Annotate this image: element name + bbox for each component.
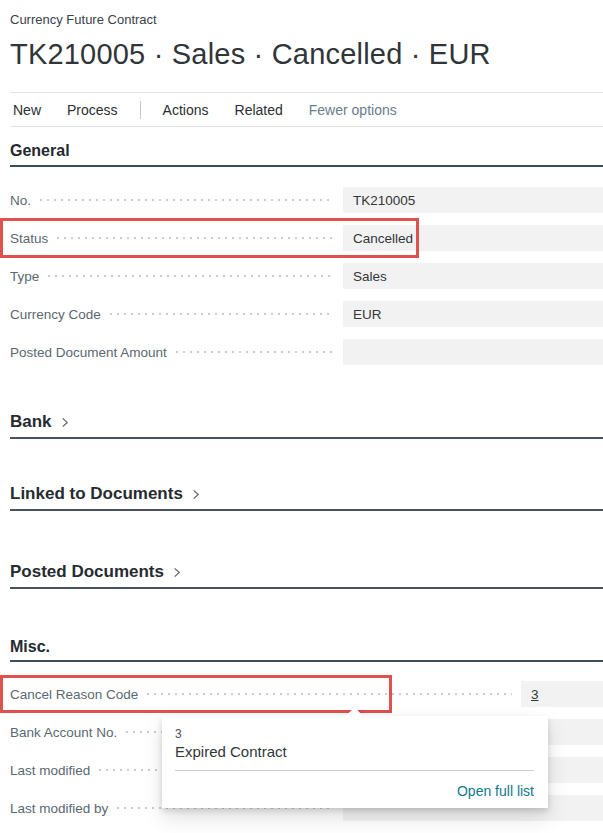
section-heading-label: Bank <box>10 411 52 432</box>
general-fields: No. TK210005 Status Cancelled Type Sales… <box>10 187 603 365</box>
action-related[interactable]: Related <box>235 102 283 118</box>
field-value-text: TK210005 <box>353 193 415 208</box>
chevron-right-icon <box>171 567 182 578</box>
field-row-no: No. TK210005 <box>10 187 603 213</box>
field-label: Last modified <box>10 763 90 778</box>
section-heading-label: Posted Documents <box>10 561 164 582</box>
section-heading-linked-to-documents[interactable]: Linked to Documents <box>10 483 603 511</box>
field-value-text: EUR <box>353 307 382 322</box>
field-value-text: 3 <box>531 687 539 702</box>
section-heading-posted-documents[interactable]: Posted Documents <box>10 561 603 589</box>
field-value-text: Cancelled <box>353 231 413 246</box>
currency-future-contract-page: Currency Future Contract TK210005 · Sale… <box>0 12 603 821</box>
chevron-right-icon <box>59 417 70 428</box>
page-title: TK210005 · Sales · Cancelled · EUR <box>10 36 603 72</box>
action-actions[interactable]: Actions <box>163 102 209 118</box>
field-row-status: Status Cancelled <box>10 225 603 251</box>
field-label: Currency Code <box>10 307 101 322</box>
chevron-right-icon <box>190 489 201 500</box>
section-heading-bank[interactable]: Bank <box>10 411 603 439</box>
field-value-status[interactable]: Cancelled <box>343 225 603 251</box>
field-value-no[interactable]: TK210005 <box>343 187 603 213</box>
action-process[interactable]: Process <box>67 102 118 118</box>
lookup-dropdown: 3 Expired Contract Open full list <box>162 716 548 808</box>
field-label: Cancel Reason Code <box>10 687 138 702</box>
field-label: Bank Account No. <box>10 725 117 740</box>
dot-leader <box>57 237 334 239</box>
field-row-currency-code: Currency Code EUR <box>10 301 603 327</box>
dot-leader <box>176 351 334 353</box>
field-label: Type <box>10 269 39 284</box>
field-value-text: Sales <box>353 269 387 284</box>
lookup-option-description: Expired Contract <box>175 743 534 761</box>
dot-leader <box>40 199 334 201</box>
section-heading-misc[interactable]: Misc. <box>10 637 603 662</box>
action-new[interactable]: New <box>13 102 41 118</box>
field-value-posted-document-amount[interactable] <box>343 339 603 365</box>
popup-divider <box>175 770 534 771</box>
field-row-cancel-reason-code: Cancel Reason Code 3 <box>10 681 603 707</box>
lookup-option-code: 3 <box>175 727 534 741</box>
page-context-title: Currency Future Contract <box>10 12 603 27</box>
field-row-posted-document-amount: Posted Document Amount <box>10 339 603 365</box>
field-value-type[interactable]: Sales <box>343 263 603 289</box>
field-label: Posted Document Amount <box>10 345 167 360</box>
action-bar: New Process Actions Related Fewer option… <box>10 93 603 127</box>
field-label: Status <box>10 231 48 246</box>
field-row-type: Type Sales <box>10 263 603 289</box>
dot-leader <box>110 313 334 315</box>
field-value-cancel-reason-code[interactable]: 3 <box>521 681 603 707</box>
open-full-list-link[interactable]: Open full list <box>457 783 534 799</box>
section-heading-general[interactable]: General <box>10 141 603 167</box>
action-bar-divider <box>140 101 141 119</box>
fewer-options-button[interactable]: Fewer options <box>309 102 397 118</box>
section-heading-label: Linked to Documents <box>10 483 183 504</box>
field-value-currency-code[interactable]: EUR <box>343 301 603 327</box>
field-label: No. <box>10 193 31 208</box>
popup-footer: Open full list <box>175 782 534 800</box>
dot-leader <box>48 275 334 277</box>
lookup-option[interactable]: 3 Expired Contract <box>175 727 534 761</box>
dot-leader <box>147 693 512 695</box>
field-label: Last modified by <box>10 801 108 816</box>
